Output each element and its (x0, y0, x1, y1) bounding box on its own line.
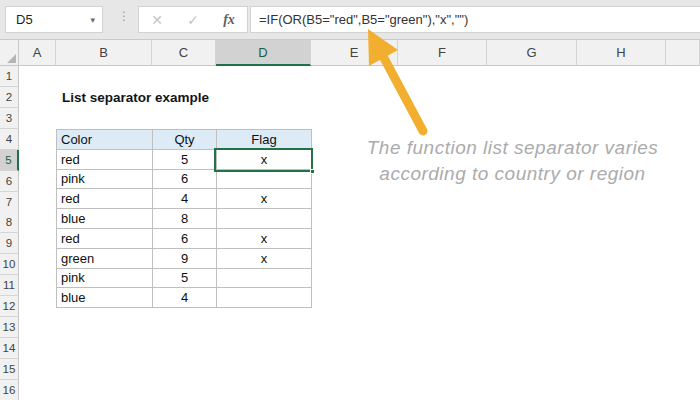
row-header-11[interactable]: 11 (0, 275, 19, 296)
cell-b12[interactable]: blue (57, 288, 153, 308)
table-header-row: Color Qty Flag (57, 130, 312, 150)
cell-b7[interactable]: red (57, 189, 153, 209)
cell-c12[interactable]: 4 (153, 288, 217, 308)
row-header-4[interactable]: 4 (0, 129, 19, 150)
row-header-7[interactable]: 7 (0, 192, 19, 213)
cell-b9[interactable]: red (57, 228, 153, 248)
column-header-partial[interactable] (666, 40, 700, 66)
row-header-13[interactable]: 13 (0, 317, 19, 338)
cell-d4[interactable]: Flag (217, 130, 312, 150)
cell-d10[interactable]: x (217, 248, 312, 268)
row-header-8[interactable]: 8 (0, 212, 19, 233)
select-all-triangle-icon (7, 54, 16, 63)
cell-d9[interactable]: x (217, 228, 312, 248)
cell-c7[interactable]: 4 (153, 189, 217, 209)
column-header-e[interactable]: E (311, 40, 398, 66)
formula-bar-strip: D5 ▾ ⋮ ✕ ✓ fx =IF(OR(B5="red",B5="green"… (0, 0, 700, 40)
table-row: red 5 x (57, 149, 312, 169)
table-row: blue 8 (57, 209, 312, 229)
table-row: pink 5 (57, 268, 312, 288)
row-header-9[interactable]: 9 (0, 233, 19, 254)
cell-d5-selected[interactable]: x (217, 149, 312, 169)
row-header-10[interactable]: 10 (0, 254, 19, 275)
cell-b8[interactable]: blue (57, 209, 153, 229)
row-header-16[interactable]: 16 (0, 380, 19, 400)
table-row: green 9 x (57, 248, 312, 268)
excel-window: D5 ▾ ⋮ ✕ ✓ fx =IF(OR(B5="red",B5="green"… (0, 0, 700, 400)
row-header-6[interactable]: 6 (0, 171, 19, 192)
annotation-line-1: The function list separator varies (335, 135, 690, 161)
cell-b11[interactable]: pink (57, 268, 153, 288)
insert-function-icon[interactable]: fx (223, 12, 235, 28)
column-header-c[interactable]: C (152, 40, 216, 66)
cell-d6[interactable] (217, 169, 312, 189)
row-header-12[interactable]: 12 (0, 296, 19, 317)
annotation-line-2: according to country or region (335, 161, 690, 187)
row-header-15[interactable]: 15 (0, 359, 19, 380)
name-box-dropdown-icon[interactable]: ▾ (90, 15, 102, 25)
table-row: pink 6 (57, 169, 312, 189)
column-header-b[interactable]: B (56, 40, 152, 66)
table-row: red 4 x (57, 189, 312, 209)
cell-d7[interactable]: x (217, 189, 312, 209)
row-header-5[interactable]: 5 (0, 150, 19, 171)
table-row: blue 4 (57, 288, 312, 308)
cell-b4[interactable]: Color (57, 130, 153, 150)
annotation-text: The function list separator varies accor… (335, 135, 690, 187)
column-header-d[interactable]: D (216, 40, 311, 66)
column-header-h[interactable]: H (577, 40, 666, 66)
select-all-corner[interactable] (0, 40, 19, 66)
table-row: red 6 x (57, 228, 312, 248)
cell-c10[interactable]: 9 (153, 248, 217, 268)
column-header-a[interactable]: A (19, 40, 56, 66)
row-header-14[interactable]: 14 (0, 338, 19, 359)
cell-b6[interactable]: pink (57, 169, 153, 189)
cell-b10[interactable]: green (57, 248, 153, 268)
data-table: Color Qty Flag red 5 x pink 6 red 4 x bl… (56, 129, 312, 308)
column-header-f[interactable]: F (398, 40, 487, 66)
sheet-title: List separator example (62, 90, 209, 105)
cell-b5[interactable]: red (57, 149, 153, 169)
cell-d11[interactable] (217, 268, 312, 288)
formula-input[interactable]: =IF(OR(B5="red",B5="green"),"x","") (250, 6, 700, 33)
cell-c5[interactable]: 5 (153, 149, 217, 169)
formula-bar-resize-handle[interactable]: ⋮ (118, 12, 130, 20)
cell-c11[interactable]: 5 (153, 268, 217, 288)
cell-c4[interactable]: Qty (153, 130, 217, 150)
name-box[interactable]: D5 ▾ (5, 6, 103, 33)
name-box-value: D5 (6, 12, 90, 27)
formula-bar-buttons: ✕ ✓ fx (138, 6, 248, 33)
cell-c9[interactable]: 6 (153, 228, 217, 248)
cell-d8[interactable] (217, 209, 312, 229)
row-header-2[interactable]: 2 (0, 87, 19, 108)
cancel-icon[interactable]: ✕ (151, 12, 163, 28)
cell-d12[interactable] (217, 288, 312, 308)
cell-c6[interactable]: 6 (153, 169, 217, 189)
cell-c8[interactable]: 8 (153, 209, 217, 229)
row-header-1[interactable]: 1 (0, 66, 19, 87)
row-header-3[interactable]: 3 (0, 108, 19, 129)
column-header-g[interactable]: G (487, 40, 577, 66)
enter-icon[interactable]: ✓ (187, 12, 199, 28)
